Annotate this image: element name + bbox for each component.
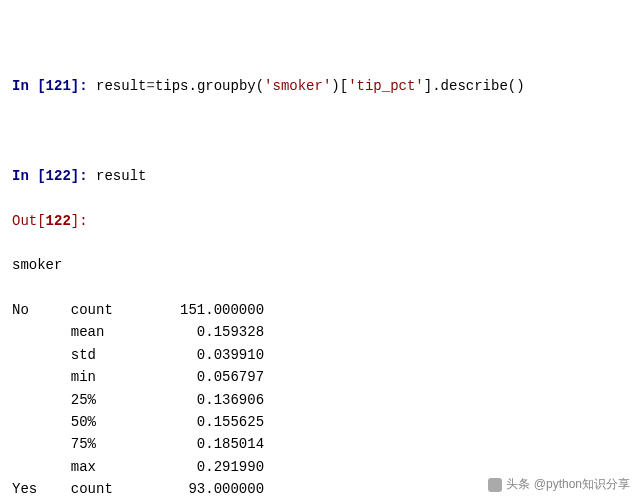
notebook-cell-2-out: Out[122]: [12,210,628,232]
stat-value: 0.056797 [146,369,264,385]
out-prompt-close: ]: [71,213,88,229]
output-row: 50% 0.155625 [12,411,628,433]
paren-open: ( [256,78,264,94]
output-table: No count 151.000000 mean 0.159328 std 0.… [12,299,628,500]
watermark-logo-icon [488,478,502,492]
group-label [12,459,71,475]
code-lhs[interactable]: result [96,78,146,94]
stat-value: 0.155625 [146,414,264,430]
group-label [12,414,71,430]
stat-value: 0.291990 [146,459,264,475]
out-prompt: Out[ [12,213,46,229]
in-prompt: In [ [12,168,46,184]
stat-value: 0.039910 [146,347,264,363]
output-row: mean 0.159328 [12,321,628,343]
out-prompt-number: 122 [46,213,71,229]
watermark: 头条 @python知识分享 [488,475,630,494]
group-label [12,392,71,408]
bracket-open: [ [340,78,348,94]
paren-close: ) [331,78,339,94]
code-object[interactable]: tips [155,78,189,94]
output-row: 75% 0.185014 [12,433,628,455]
stat-name: 75% [71,436,147,452]
stat-name: 25% [71,392,147,408]
code-dot: . [432,78,440,94]
blank-line [12,120,628,142]
stat-name: max [71,459,147,475]
code-result[interactable]: result [96,168,146,184]
string-tip-pct[interactable]: 'tip_pct' [348,78,424,94]
stat-name: 50% [71,414,147,430]
group-label: No [12,302,71,318]
in-prompt-number: 121 [46,78,71,94]
code-equals: = [146,78,154,94]
in-prompt-close: ]: [71,78,96,94]
stat-name: count [71,481,147,497]
group-label [12,324,71,340]
output-row: 25% 0.136906 [12,389,628,411]
group-label: Yes [12,481,71,497]
output-index-name: smoker [12,254,628,276]
code-describe[interactable]: describe [441,78,508,94]
output-row: No count 151.000000 [12,299,628,321]
call-parens: () [508,78,525,94]
code-groupby[interactable]: groupby [197,78,256,94]
output-row: min 0.056797 [12,366,628,388]
stat-name: count [71,302,147,318]
code-dot: . [188,78,196,94]
in-prompt-close: ]: [71,168,96,184]
bracket-close: ] [424,78,432,94]
watermark-text: 头条 @python知识分享 [506,477,630,491]
group-label [12,369,71,385]
group-label [12,436,71,452]
stat-value: 93.000000 [146,481,264,497]
in-prompt-number: 122 [46,168,71,184]
stat-name: min [71,369,147,385]
stat-value: 0.185014 [146,436,264,452]
notebook-cell-2-in: In [122]: result [12,165,628,187]
notebook-cell-1: In [121]: result=tips.groupby('smoker')[… [12,75,628,97]
stat-value: 151.000000 [146,302,264,318]
output-row: std 0.039910 [12,344,628,366]
stat-value: 0.159328 [146,324,264,340]
string-smoker[interactable]: 'smoker' [264,78,331,94]
in-prompt: In [ [12,78,46,94]
group-label [12,347,71,363]
stat-name: mean [71,324,147,340]
stat-value: 0.136906 [146,392,264,408]
stat-name: std [71,347,147,363]
